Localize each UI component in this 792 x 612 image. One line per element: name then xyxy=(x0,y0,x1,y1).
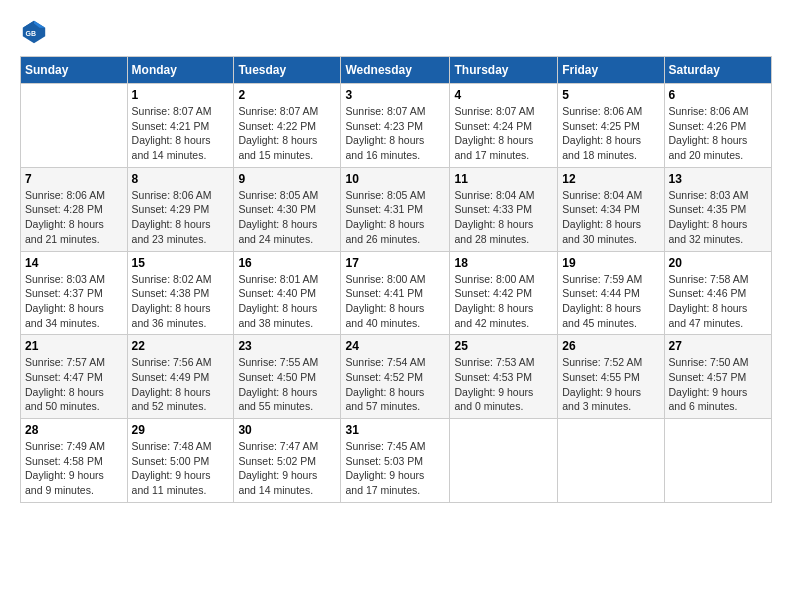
day-info: Sunrise: 7:45 AM Sunset: 5:03 PM Dayligh… xyxy=(345,439,445,498)
day-info: Sunrise: 8:00 AM Sunset: 4:42 PM Dayligh… xyxy=(454,272,553,331)
calendar-cell: 27Sunrise: 7:50 AM Sunset: 4:57 PM Dayli… xyxy=(664,335,771,419)
calendar-cell: 4Sunrise: 8:07 AM Sunset: 4:24 PM Daylig… xyxy=(450,84,558,168)
page-header: GB xyxy=(20,18,772,46)
logo-icon: GB xyxy=(20,18,48,46)
calendar-cell: 5Sunrise: 8:06 AM Sunset: 4:25 PM Daylig… xyxy=(558,84,664,168)
calendar-week-row: 7Sunrise: 8:06 AM Sunset: 4:28 PM Daylig… xyxy=(21,167,772,251)
day-number: 11 xyxy=(454,172,553,186)
calendar-cell: 13Sunrise: 8:03 AM Sunset: 4:35 PM Dayli… xyxy=(664,167,771,251)
day-info: Sunrise: 8:03 AM Sunset: 4:35 PM Dayligh… xyxy=(669,188,767,247)
day-number: 7 xyxy=(25,172,123,186)
day-info: Sunrise: 7:47 AM Sunset: 5:02 PM Dayligh… xyxy=(238,439,336,498)
calendar-cell: 12Sunrise: 8:04 AM Sunset: 4:34 PM Dayli… xyxy=(558,167,664,251)
svg-text:GB: GB xyxy=(26,30,36,37)
calendar-cell: 31Sunrise: 7:45 AM Sunset: 5:03 PM Dayli… xyxy=(341,419,450,503)
day-info: Sunrise: 8:07 AM Sunset: 4:21 PM Dayligh… xyxy=(132,104,230,163)
calendar-cell: 24Sunrise: 7:54 AM Sunset: 4:52 PM Dayli… xyxy=(341,335,450,419)
weekday-header-row: SundayMondayTuesdayWednesdayThursdayFrid… xyxy=(21,57,772,84)
day-number: 30 xyxy=(238,423,336,437)
day-info: Sunrise: 8:01 AM Sunset: 4:40 PM Dayligh… xyxy=(238,272,336,331)
day-info: Sunrise: 7:49 AM Sunset: 4:58 PM Dayligh… xyxy=(25,439,123,498)
day-info: Sunrise: 8:05 AM Sunset: 4:30 PM Dayligh… xyxy=(238,188,336,247)
day-info: Sunrise: 8:04 AM Sunset: 4:34 PM Dayligh… xyxy=(562,188,659,247)
weekday-header-thursday: Thursday xyxy=(450,57,558,84)
logo: GB xyxy=(20,18,52,46)
calendar-week-row: 28Sunrise: 7:49 AM Sunset: 4:58 PM Dayli… xyxy=(21,419,772,503)
day-info: Sunrise: 8:03 AM Sunset: 4:37 PM Dayligh… xyxy=(25,272,123,331)
day-number: 25 xyxy=(454,339,553,353)
day-info: Sunrise: 7:59 AM Sunset: 4:44 PM Dayligh… xyxy=(562,272,659,331)
day-number: 9 xyxy=(238,172,336,186)
day-info: Sunrise: 8:06 AM Sunset: 4:26 PM Dayligh… xyxy=(669,104,767,163)
day-number: 3 xyxy=(345,88,445,102)
day-number: 23 xyxy=(238,339,336,353)
weekday-header-wednesday: Wednesday xyxy=(341,57,450,84)
calendar-cell: 15Sunrise: 8:02 AM Sunset: 4:38 PM Dayli… xyxy=(127,251,234,335)
calendar-cell: 19Sunrise: 7:59 AM Sunset: 4:44 PM Dayli… xyxy=(558,251,664,335)
day-info: Sunrise: 7:55 AM Sunset: 4:50 PM Dayligh… xyxy=(238,355,336,414)
calendar-table: SundayMondayTuesdayWednesdayThursdayFrid… xyxy=(20,56,772,503)
calendar-cell xyxy=(450,419,558,503)
day-info: Sunrise: 7:58 AM Sunset: 4:46 PM Dayligh… xyxy=(669,272,767,331)
day-info: Sunrise: 8:07 AM Sunset: 4:22 PM Dayligh… xyxy=(238,104,336,163)
day-info: Sunrise: 8:02 AM Sunset: 4:38 PM Dayligh… xyxy=(132,272,230,331)
day-number: 12 xyxy=(562,172,659,186)
day-number: 16 xyxy=(238,256,336,270)
calendar-cell xyxy=(558,419,664,503)
calendar-cell: 14Sunrise: 8:03 AM Sunset: 4:37 PM Dayli… xyxy=(21,251,128,335)
calendar-cell: 2Sunrise: 8:07 AM Sunset: 4:22 PM Daylig… xyxy=(234,84,341,168)
day-number: 22 xyxy=(132,339,230,353)
calendar-cell: 23Sunrise: 7:55 AM Sunset: 4:50 PM Dayli… xyxy=(234,335,341,419)
day-info: Sunrise: 8:00 AM Sunset: 4:41 PM Dayligh… xyxy=(345,272,445,331)
day-info: Sunrise: 8:07 AM Sunset: 4:23 PM Dayligh… xyxy=(345,104,445,163)
day-number: 18 xyxy=(454,256,553,270)
calendar-cell: 21Sunrise: 7:57 AM Sunset: 4:47 PM Dayli… xyxy=(21,335,128,419)
day-number: 5 xyxy=(562,88,659,102)
calendar-cell: 17Sunrise: 8:00 AM Sunset: 4:41 PM Dayli… xyxy=(341,251,450,335)
day-info: Sunrise: 7:56 AM Sunset: 4:49 PM Dayligh… xyxy=(132,355,230,414)
day-info: Sunrise: 7:52 AM Sunset: 4:55 PM Dayligh… xyxy=(562,355,659,414)
day-info: Sunrise: 7:53 AM Sunset: 4:53 PM Dayligh… xyxy=(454,355,553,414)
day-number: 2 xyxy=(238,88,336,102)
weekday-header-saturday: Saturday xyxy=(664,57,771,84)
calendar-week-row: 1Sunrise: 8:07 AM Sunset: 4:21 PM Daylig… xyxy=(21,84,772,168)
day-info: Sunrise: 7:50 AM Sunset: 4:57 PM Dayligh… xyxy=(669,355,767,414)
day-number: 20 xyxy=(669,256,767,270)
day-info: Sunrise: 8:05 AM Sunset: 4:31 PM Dayligh… xyxy=(345,188,445,247)
day-number: 6 xyxy=(669,88,767,102)
day-number: 29 xyxy=(132,423,230,437)
calendar-cell: 18Sunrise: 8:00 AM Sunset: 4:42 PM Dayli… xyxy=(450,251,558,335)
day-info: Sunrise: 8:06 AM Sunset: 4:28 PM Dayligh… xyxy=(25,188,123,247)
day-number: 19 xyxy=(562,256,659,270)
calendar-cell: 25Sunrise: 7:53 AM Sunset: 4:53 PM Dayli… xyxy=(450,335,558,419)
calendar-cell xyxy=(664,419,771,503)
calendar-cell: 26Sunrise: 7:52 AM Sunset: 4:55 PM Dayli… xyxy=(558,335,664,419)
calendar-cell: 29Sunrise: 7:48 AM Sunset: 5:00 PM Dayli… xyxy=(127,419,234,503)
day-number: 31 xyxy=(345,423,445,437)
day-number: 28 xyxy=(25,423,123,437)
calendar-cell: 22Sunrise: 7:56 AM Sunset: 4:49 PM Dayli… xyxy=(127,335,234,419)
calendar-cell: 10Sunrise: 8:05 AM Sunset: 4:31 PM Dayli… xyxy=(341,167,450,251)
calendar-cell: 9Sunrise: 8:05 AM Sunset: 4:30 PM Daylig… xyxy=(234,167,341,251)
calendar-cell: 16Sunrise: 8:01 AM Sunset: 4:40 PM Dayli… xyxy=(234,251,341,335)
calendar-week-row: 14Sunrise: 8:03 AM Sunset: 4:37 PM Dayli… xyxy=(21,251,772,335)
day-number: 13 xyxy=(669,172,767,186)
calendar-cell xyxy=(21,84,128,168)
day-number: 4 xyxy=(454,88,553,102)
day-info: Sunrise: 7:54 AM Sunset: 4:52 PM Dayligh… xyxy=(345,355,445,414)
day-number: 27 xyxy=(669,339,767,353)
calendar-cell: 1Sunrise: 8:07 AM Sunset: 4:21 PM Daylig… xyxy=(127,84,234,168)
day-info: Sunrise: 7:57 AM Sunset: 4:47 PM Dayligh… xyxy=(25,355,123,414)
calendar-cell: 20Sunrise: 7:58 AM Sunset: 4:46 PM Dayli… xyxy=(664,251,771,335)
day-number: 14 xyxy=(25,256,123,270)
day-info: Sunrise: 8:07 AM Sunset: 4:24 PM Dayligh… xyxy=(454,104,553,163)
day-info: Sunrise: 7:48 AM Sunset: 5:00 PM Dayligh… xyxy=(132,439,230,498)
weekday-header-tuesday: Tuesday xyxy=(234,57,341,84)
calendar-cell: 11Sunrise: 8:04 AM Sunset: 4:33 PM Dayli… xyxy=(450,167,558,251)
day-number: 8 xyxy=(132,172,230,186)
calendar-cell: 6Sunrise: 8:06 AM Sunset: 4:26 PM Daylig… xyxy=(664,84,771,168)
calendar-cell: 8Sunrise: 8:06 AM Sunset: 4:29 PM Daylig… xyxy=(127,167,234,251)
calendar-cell: 3Sunrise: 8:07 AM Sunset: 4:23 PM Daylig… xyxy=(341,84,450,168)
day-info: Sunrise: 8:06 AM Sunset: 4:29 PM Dayligh… xyxy=(132,188,230,247)
day-info: Sunrise: 8:04 AM Sunset: 4:33 PM Dayligh… xyxy=(454,188,553,247)
